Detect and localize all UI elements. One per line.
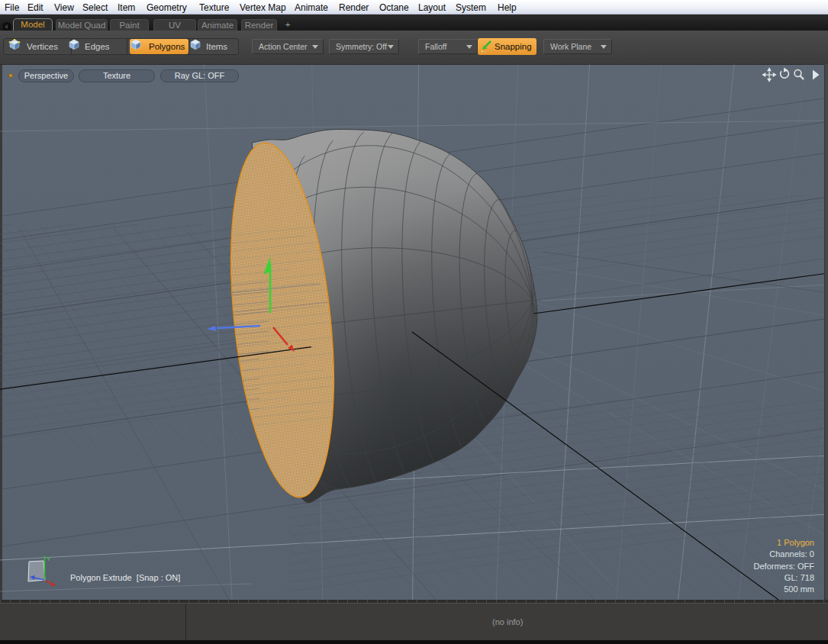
svg-text:Y: Y <box>47 555 51 562</box>
